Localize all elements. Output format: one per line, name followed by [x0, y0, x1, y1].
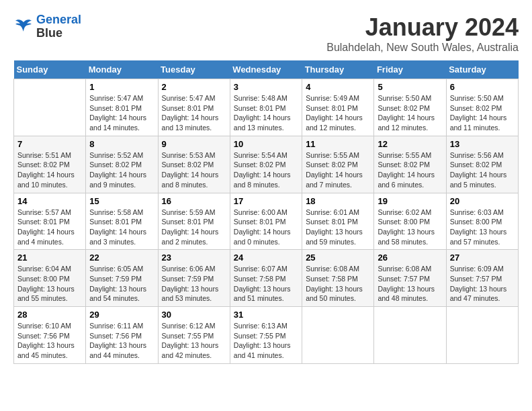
calendar-cell: 17Sunrise: 6:00 AM Sunset: 8:01 PM Dayli… [230, 193, 302, 250]
day-number: 8 [89, 139, 154, 149]
calendar-cell: 26Sunrise: 6:08 AM Sunset: 7:57 PM Dayli… [374, 250, 446, 307]
calendar-cell: 12Sunrise: 5:55 AM Sunset: 8:02 PM Dayli… [374, 136, 446, 193]
calendar-cell: 25Sunrise: 6:08 AM Sunset: 7:58 PM Dayli… [302, 250, 374, 307]
day-info: Sunrise: 5:55 AM Sunset: 8:02 PM Dayligh… [378, 150, 442, 190]
calendar-table: SundayMondayTuesdayWednesdayThursdayFrid… [13, 60, 519, 364]
day-number: 17 [234, 196, 298, 206]
calendar-cell: 15Sunrise: 5:58 AM Sunset: 8:01 PM Dayli… [86, 193, 158, 250]
day-info: Sunrise: 5:47 AM Sunset: 8:01 PM Dayligh… [162, 93, 226, 133]
day-info: Sunrise: 5:53 AM Sunset: 8:02 PM Dayligh… [162, 150, 226, 190]
day-info: Sunrise: 6:11 AM Sunset: 7:56 PM Dayligh… [89, 321, 154, 361]
calendar-cell: 1Sunrise: 5:47 AM Sunset: 8:01 PM Daylig… [86, 79, 158, 136]
calendar-cell [14, 79, 86, 136]
header-sunday: Sunday [14, 60, 86, 79]
calendar-cell [374, 307, 446, 364]
week-row-5: 28Sunrise: 6:10 AM Sunset: 7:56 PM Dayli… [14, 307, 519, 364]
calendar-cell: 30Sunrise: 6:12 AM Sunset: 7:55 PM Dayli… [158, 307, 230, 364]
calendar-cell: 31Sunrise: 6:13 AM Sunset: 7:55 PM Dayli… [230, 307, 302, 364]
day-number: 22 [89, 253, 154, 263]
day-info: Sunrise: 6:03 AM Sunset: 8:00 PM Dayligh… [450, 208, 515, 247]
day-info: Sunrise: 5:48 AM Sunset: 8:01 PM Dayligh… [234, 93, 298, 133]
day-number: 28 [17, 310, 82, 320]
day-info: Sunrise: 5:47 AM Sunset: 8:01 PM Dayligh… [89, 93, 154, 133]
calendar-cell: 21Sunrise: 6:04 AM Sunset: 8:00 PM Dayli… [14, 250, 86, 307]
day-info: Sunrise: 5:54 AM Sunset: 8:02 PM Dayligh… [234, 150, 298, 190]
calendar-cell: 2Sunrise: 5:47 AM Sunset: 8:01 PM Daylig… [158, 79, 230, 136]
day-number: 9 [162, 139, 226, 149]
week-row-1: 1Sunrise: 5:47 AM Sunset: 8:01 PM Daylig… [14, 79, 519, 136]
calendar-cell: 7Sunrise: 5:51 AM Sunset: 8:02 PM Daylig… [14, 136, 86, 193]
day-info: Sunrise: 6:07 AM Sunset: 7:58 PM Dayligh… [234, 264, 298, 304]
day-info: Sunrise: 6:13 AM Sunset: 7:55 PM Dayligh… [234, 321, 298, 361]
header-monday: Monday [86, 60, 158, 79]
day-number: 25 [306, 253, 370, 263]
calendar-cell: 28Sunrise: 6:10 AM Sunset: 7:56 PM Dayli… [14, 307, 86, 364]
day-info: Sunrise: 6:04 AM Sunset: 8:00 PM Dayligh… [17, 264, 82, 304]
calendar-header-row: SundayMondayTuesdayWednesdayThursdayFrid… [14, 60, 519, 79]
logo-text: General Blue [36, 13, 81, 40]
logo-line1: General [36, 13, 81, 26]
day-info: Sunrise: 6:08 AM Sunset: 7:57 PM Dayligh… [378, 264, 442, 304]
day-number: 6 [450, 82, 515, 92]
logo-icon [13, 17, 34, 37]
day-info: Sunrise: 6:12 AM Sunset: 7:55 PM Dayligh… [162, 321, 226, 361]
day-number: 31 [234, 310, 298, 320]
day-info: Sunrise: 5:56 AM Sunset: 8:02 PM Dayligh… [450, 150, 515, 190]
calendar-cell: 11Sunrise: 5:55 AM Sunset: 8:02 PM Dayli… [302, 136, 374, 193]
day-number: 21 [17, 253, 82, 263]
calendar-cell: 8Sunrise: 5:52 AM Sunset: 8:02 PM Daylig… [86, 136, 158, 193]
calendar-cell: 6Sunrise: 5:50 AM Sunset: 8:02 PM Daylig… [446, 79, 518, 136]
day-info: Sunrise: 5:50 AM Sunset: 8:02 PM Dayligh… [378, 93, 442, 133]
calendar-cell: 5Sunrise: 5:50 AM Sunset: 8:02 PM Daylig… [374, 79, 446, 136]
subtitle: Bulahdelah, New South Wales, Australia [326, 42, 519, 54]
day-info: Sunrise: 5:51 AM Sunset: 8:02 PM Dayligh… [17, 150, 82, 190]
day-number: 30 [162, 310, 226, 320]
day-number: 19 [378, 196, 442, 206]
day-info: Sunrise: 5:59 AM Sunset: 8:01 PM Dayligh… [162, 208, 226, 247]
day-info: Sunrise: 6:00 AM Sunset: 8:01 PM Dayligh… [234, 208, 298, 247]
day-number: 27 [450, 253, 515, 263]
day-info: Sunrise: 5:49 AM Sunset: 8:01 PM Dayligh… [306, 93, 370, 133]
header-friday: Friday [374, 60, 446, 79]
day-number: 16 [162, 196, 226, 206]
calendar-cell: 23Sunrise: 6:06 AM Sunset: 7:59 PM Dayli… [158, 250, 230, 307]
day-number: 2 [162, 82, 226, 92]
day-number: 7 [17, 139, 82, 149]
day-info: Sunrise: 5:58 AM Sunset: 8:01 PM Dayligh… [89, 208, 154, 247]
day-number: 3 [234, 82, 298, 92]
calendar-cell: 10Sunrise: 5:54 AM Sunset: 8:02 PM Dayli… [230, 136, 302, 193]
day-number: 23 [162, 253, 226, 263]
day-info: Sunrise: 6:08 AM Sunset: 7:58 PM Dayligh… [306, 264, 370, 304]
day-info: Sunrise: 5:55 AM Sunset: 8:02 PM Dayligh… [306, 150, 370, 190]
day-number: 26 [378, 253, 442, 263]
calendar-cell [302, 307, 374, 364]
day-number: 4 [306, 82, 370, 92]
day-number: 12 [378, 139, 442, 149]
day-number: 29 [89, 310, 154, 320]
week-row-3: 14Sunrise: 5:57 AM Sunset: 8:01 PM Dayli… [14, 193, 519, 250]
calendar-cell: 3Sunrise: 5:48 AM Sunset: 8:01 PM Daylig… [230, 79, 302, 136]
day-info: Sunrise: 6:10 AM Sunset: 7:56 PM Dayligh… [17, 321, 82, 361]
day-info: Sunrise: 6:02 AM Sunset: 8:00 PM Dayligh… [378, 208, 442, 247]
calendar-cell: 18Sunrise: 6:01 AM Sunset: 8:01 PM Dayli… [302, 193, 374, 250]
calendar-cell: 24Sunrise: 6:07 AM Sunset: 7:58 PM Dayli… [230, 250, 302, 307]
day-info: Sunrise: 5:50 AM Sunset: 8:02 PM Dayligh… [450, 93, 515, 133]
day-number: 5 [378, 82, 442, 92]
calendar-cell [446, 307, 518, 364]
calendar-cell: 27Sunrise: 6:09 AM Sunset: 7:57 PM Dayli… [446, 250, 518, 307]
calendar-cell: 20Sunrise: 6:03 AM Sunset: 8:00 PM Dayli… [446, 193, 518, 250]
header-saturday: Saturday [446, 60, 518, 79]
day-number: 18 [306, 196, 370, 206]
title-block: January 2024 Bulahdelah, New South Wales… [326, 13, 519, 54]
day-number: 11 [306, 139, 370, 149]
day-number: 13 [450, 139, 515, 149]
main-title: January 2024 [326, 13, 519, 42]
header-wednesday: Wednesday [230, 60, 302, 79]
week-row-4: 21Sunrise: 6:04 AM Sunset: 8:00 PM Dayli… [14, 250, 519, 307]
calendar-cell: 13Sunrise: 5:56 AM Sunset: 8:02 PM Dayli… [446, 136, 518, 193]
week-row-2: 7Sunrise: 5:51 AM Sunset: 8:02 PM Daylig… [14, 136, 519, 193]
page-header: General Blue January 2024 Bulahdelah, Ne… [13, 13, 519, 54]
day-info: Sunrise: 6:09 AM Sunset: 7:57 PM Dayligh… [450, 264, 515, 304]
day-number: 1 [89, 82, 154, 92]
calendar-cell: 29Sunrise: 6:11 AM Sunset: 7:56 PM Dayli… [86, 307, 158, 364]
